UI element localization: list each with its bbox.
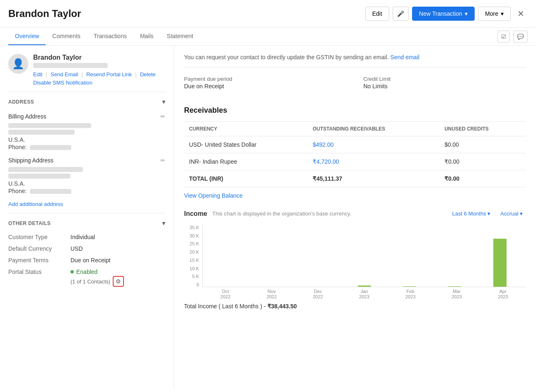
y-label-15k: 15 K	[189, 258, 199, 263]
chat-icon: 💬	[517, 34, 524, 40]
other-details-section-header: OTHER DETAILS ▾	[8, 213, 165, 231]
contact-actions: Edit | Send Email | Resend Portal Link |…	[33, 71, 165, 78]
billing-edit-icon[interactable]: ✏	[160, 113, 165, 120]
currency-total: TOTAL (INR)	[184, 170, 308, 187]
right-panel: You can request your contact to directly…	[174, 46, 536, 388]
other-details-section-title: OTHER DETAILS	[8, 220, 51, 226]
tab-comments[interactable]: Comments	[46, 28, 87, 45]
portal-status-container: Enabled	[70, 269, 124, 275]
tab-statement[interactable]: Statement	[160, 28, 200, 45]
gstin-send-email-link[interactable]: Send email	[390, 54, 420, 60]
close-button[interactable]: ✕	[514, 7, 528, 20]
contact-delete-link[interactable]: Delete	[140, 71, 156, 78]
contact-edit-link[interactable]: Edit	[33, 71, 42, 78]
default-currency-label: Default Currency	[8, 245, 70, 252]
credit-limit-label: Credit Limit	[364, 76, 526, 82]
billing-line2-placeholder	[8, 130, 75, 135]
tab-bar: Overview Comments Transactions Mails Sta…	[0, 28, 536, 46]
left-panel: 👤 Brandon Taylor Edit | Send Email | Res…	[0, 46, 174, 388]
y-label-10k: 10 K	[189, 266, 199, 271]
checklist-icon-button[interactable]: ☑	[497, 31, 510, 43]
view-opening-balance-link[interactable]: View Opening Balance	[184, 192, 243, 199]
unused-inr: ₹0.00	[439, 153, 526, 170]
portal-status-label: Portal Status	[8, 269, 70, 287]
total-income-label: Total Income ( Last 6 Months ) -	[184, 303, 266, 310]
payment-terms-label: Payment Terms	[8, 257, 70, 264]
outstanding-usd: $492.00	[308, 136, 439, 153]
x-label-apr: Apr2023	[480, 289, 526, 300]
mic-icon: 🎤	[397, 10, 404, 17]
disable-sms-link[interactable]: Disable SMS Notification	[33, 80, 165, 86]
total-income-display: Total Income ( Last 6 Months ) - ₹38,443…	[184, 303, 526, 310]
payment-info-grid: Payment due period Due on Receipt Credit…	[184, 76, 526, 96]
mic-button[interactable]: 🎤	[393, 7, 409, 21]
receivables-col-outstanding: OUTSTANDING RECEIVABLES	[308, 122, 439, 136]
address-section-title: ADDRESS	[8, 99, 34, 105]
portal-status-value: Enabled (1 of 1 Contacts) ⚙	[70, 269, 124, 287]
payment-period-block: Payment due period Due on Receipt	[184, 76, 347, 90]
gstin-notice: You can request your contact to directly…	[184, 54, 526, 68]
unused-total: ₹0.00	[439, 170, 526, 187]
y-label-0: 0	[196, 282, 199, 287]
billing-line1-placeholder	[8, 123, 91, 128]
new-transaction-button[interactable]: New Transaction ▾	[412, 7, 475, 21]
edit-button[interactable]: Edit	[365, 7, 389, 21]
receivables-col-unused: UNUSED CREDITS	[439, 122, 526, 136]
x-label-feb: Feb2023	[387, 289, 434, 300]
contact-phone-placeholder	[33, 63, 108, 68]
income-chart: 35 K 30 K 25 K 20 K 15 K 10 K 5 K 0	[184, 225, 526, 300]
contact-send-email-link[interactable]: Send Email	[51, 71, 78, 78]
tab-overview[interactable]: Overview	[8, 28, 46, 45]
income-subtitle: This chart is displayed in the organizat…	[212, 211, 351, 217]
more-button[interactable]: More ▾	[478, 7, 511, 21]
chart-bar-jan	[342, 225, 387, 287]
contact-name: Brandon Taylor	[33, 54, 165, 61]
other-details-toggle-icon[interactable]: ▾	[162, 219, 165, 227]
portal-settings-gear-icon[interactable]: ⚙	[113, 276, 124, 287]
chart-bar-mar	[432, 225, 478, 287]
x-label-oct: Oct2022	[202, 289, 249, 300]
tab-mails[interactable]: Mails	[133, 28, 160, 45]
income-period-button[interactable]: Last 6 Months ▾	[449, 209, 494, 218]
more-label: More	[485, 10, 498, 17]
credit-limit-value: No Limits	[364, 83, 526, 90]
outstanding-usd-link[interactable]: $492.00	[313, 141, 334, 148]
payment-terms-value: Due on Receipt	[70, 257, 111, 264]
chart-bar-feb	[387, 225, 432, 287]
default-currency-row: Default Currency USD	[8, 243, 165, 254]
outstanding-total: ₹45,111.37	[308, 170, 439, 187]
billing-country: U.S.A.	[8, 136, 165, 143]
customer-type-label: Customer Type	[8, 234, 70, 240]
shipping-phone: Phone:	[8, 188, 165, 194]
x-label-dec: Dec2022	[295, 289, 341, 300]
page-title: Brandon Taylor	[8, 8, 365, 19]
shipping-edit-icon[interactable]: ✏	[160, 157, 165, 164]
other-details-rows: Customer Type Individual Default Currenc…	[8, 231, 165, 289]
billing-phone-placeholder-inline	[30, 145, 71, 150]
main-content: 👤 Brandon Taylor Edit | Send Email | Res…	[0, 46, 536, 388]
unused-usd: $0.00	[439, 136, 526, 153]
income-basis-button[interactable]: Accrual ▾	[497, 209, 526, 218]
shipping-country: U.S.A.	[8, 180, 165, 187]
contact-resend-portal-link[interactable]: Resend Portal Link	[86, 71, 132, 78]
y-label-20k: 20 K	[189, 249, 199, 254]
add-address-link[interactable]: Add additional address	[8, 201, 165, 207]
x-label-nov: Nov2022	[249, 289, 295, 300]
address-toggle-icon[interactable]: ▾	[162, 98, 165, 106]
tab-transactions[interactable]: Transactions	[87, 28, 133, 45]
chart-bar-apr	[478, 225, 523, 287]
shipping-address-block: Shipping Address ✏ U.S.A. Phone:	[8, 157, 165, 194]
income-header: Income This chart is displayed in the or…	[184, 209, 526, 218]
x-label-mar: Mar2023	[434, 289, 480, 300]
chart-x-labels: Oct2022 Nov2022 Dec2022 Jan2023 Feb2023 …	[202, 289, 526, 300]
portal-enabled-text: Enabled	[76, 269, 97, 275]
header-actions: Edit 🎤 New Transaction ▾ More ▾ ✕	[365, 7, 528, 21]
chart-bar-oct	[206, 225, 251, 287]
payment-terms-row: Payment Terms Due on Receipt	[8, 254, 165, 266]
table-row: INR- Indian Rupee ₹4,720.00 ₹0.00	[184, 153, 526, 170]
outstanding-inr-link[interactable]: ₹4,720.00	[313, 158, 339, 165]
contact-info: Brandon Taylor Edit | Send Email | Resen…	[33, 54, 165, 86]
customer-type-row: Customer Type Individual	[8, 231, 165, 243]
chat-icon-button[interactable]: 💬	[513, 31, 528, 43]
default-currency-value: USD	[70, 245, 83, 252]
